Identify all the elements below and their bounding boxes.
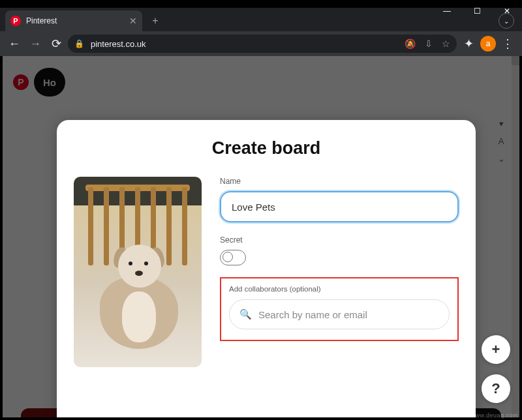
page-viewport: P Ho ▾ A ⌄ Create board (3, 56, 519, 417)
forward-button[interactable]: → (26, 35, 44, 53)
lock-icon: 🔒 (74, 39, 84, 48)
profile-avatar[interactable]: a (480, 36, 496, 52)
browser-toolbar: ← → ⟳ 🔒 pinterest.co.uk 🔕 ⇩ ☆ ✦ a ⋮ (0, 31, 522, 56)
floating-actions: + ? (482, 335, 510, 403)
kebab-menu-icon[interactable]: ⋮ (499, 35, 517, 53)
bookmark-icon[interactable]: ☆ (442, 38, 450, 49)
secret-toggle[interactable] (220, 250, 246, 265)
address-bar[interactable]: 🔒 pinterest.co.uk 🔕 ⇩ ☆ (68, 35, 457, 53)
close-tab-icon[interactable]: ✕ (129, 16, 137, 26)
install-app-icon[interactable]: ⇩ (425, 38, 433, 49)
extensions-icon[interactable]: ✦ (459, 35, 478, 53)
back-button[interactable]: ← (5, 35, 23, 53)
new-tab-button[interactable]: + (146, 12, 164, 30)
secret-label: Secret (220, 235, 459, 245)
board-cover-thumbnail (74, 177, 202, 367)
notifications-muted-icon[interactable]: 🔕 (405, 38, 416, 49)
search-icon: 🔍 (239, 308, 252, 320)
chevron-down-icon: ⌄ (504, 18, 509, 25)
board-name-input[interactable] (220, 191, 459, 222)
close-window-button[interactable]: ✕ (492, 4, 522, 18)
create-board-form: Name Secret Add collaborators (optional)… (220, 177, 459, 367)
minimize-button[interactable]: — (432, 4, 462, 18)
modal-title: Create board (70, 138, 463, 158)
url-text: pinterest.co.uk (91, 39, 146, 49)
pinterest-favicon: P (10, 16, 21, 26)
collaborators-label: Add collaborators (optional) (229, 285, 450, 293)
toggle-knob (223, 252, 233, 262)
name-label: Name (220, 177, 459, 186)
watermark: www.deuaq.com (470, 412, 518, 419)
collaborator-search-input[interactable] (229, 299, 450, 329)
maximize-button[interactable]: ☐ (462, 4, 492, 18)
create-board-modal: Create board Name (57, 120, 476, 417)
add-collaborators-section: Add collaborators (optional) 🔍 (220, 277, 459, 341)
help-button[interactable]: ? (482, 374, 510, 403)
add-pin-button[interactable]: + (482, 335, 510, 364)
tab-title: Pinterest (26, 16, 124, 25)
browser-tab[interactable]: P Pinterest ✕ (5, 10, 142, 31)
reload-button[interactable]: ⟳ (47, 35, 65, 53)
window-controls: — ☐ ✕ (432, 4, 522, 18)
